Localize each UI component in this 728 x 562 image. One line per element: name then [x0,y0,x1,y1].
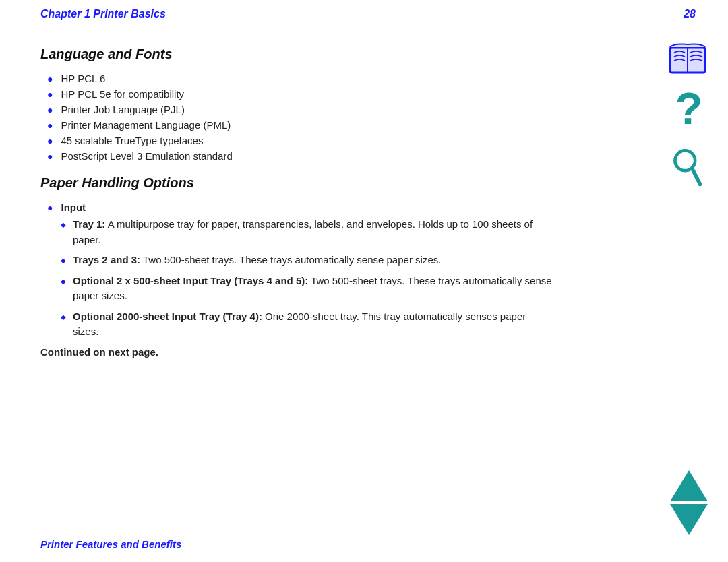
input-label: Input [61,201,86,213]
section2-title: Paper Handling Options [40,175,553,191]
tray1-text: A multipurpose tray for paper, transpare… [73,218,533,245]
list-item: Printer Management Language (PML) [47,119,553,131]
section-paper-handling: Paper Handling Options Input Tray 1: A m… [40,175,553,358]
list-item: Tray 1: A multipurpose tray for paper, t… [61,217,553,247]
svg-text:?: ? [675,90,702,133]
page-number: 28 [684,8,696,20]
list-item: 45 scalable TrueType typefaces [47,135,553,146]
list-item: Trays 2 and 3: Two 500-sheet trays. Thes… [61,253,553,268]
opt500-bold: Optional 2 x 500-sheet Input Tray (Trays… [73,275,308,286]
footer-label: Printer Features and Benefits [40,538,181,550]
nav-arrows [670,470,708,535]
up-arrow[interactable] [670,470,708,501]
section-language-fonts: Language and Fonts HP PCL 6 HP PCL 5e fo… [40,46,553,162]
svg-line-5 [692,168,700,184]
footer: Printer Features and Benefits [40,538,181,550]
list-item: HP PCL 5e for compatibility [47,88,553,100]
section1-title: Language and Fonts [40,46,553,62]
main-content: Language and Fonts HP PCL 6 HP PCL 5e fo… [0,26,593,378]
list-item: Optional 2000-sheet Input Tray (Tray 4):… [61,309,553,340]
list-item: HP PCL 6 [47,73,553,84]
trays23-bold: Trays 2 and 3: [73,254,140,266]
chapter-label: Chapter 1 Printer Basics [40,8,166,20]
question-icon[interactable]: ? [671,90,704,133]
list-item: Optional 2 x 500-sheet Input Tray (Trays… [61,274,553,304]
continued-text: Continued on next page. [40,346,553,358]
list-item: PostScript Level 3 Emulation standard [47,150,553,162]
magnifier-icon[interactable] [670,146,705,189]
page-header: Chapter 1 Printer Basics 28 [0,0,728,26]
input-item: Input [47,201,553,213]
sub-bullet-list: Tray 1: A multipurpose tray for paper, t… [40,217,553,340]
sidebar-icons: ? [667,40,708,189]
book-icon[interactable] [667,40,708,77]
trays23-text: Two 500-sheet trays. These trays automat… [140,254,441,266]
input-bullet-list: Input [40,201,553,213]
down-arrow[interactable] [670,504,708,535]
section1-bullet-list: HP PCL 6 HP PCL 5e for compatibility Pri… [40,73,553,162]
tray1-bold: Tray 1: [73,218,105,230]
list-item: Printer Job Language (PJL) [47,104,553,115]
opt2000-bold: Optional 2000-sheet Input Tray (Tray 4): [73,311,262,322]
